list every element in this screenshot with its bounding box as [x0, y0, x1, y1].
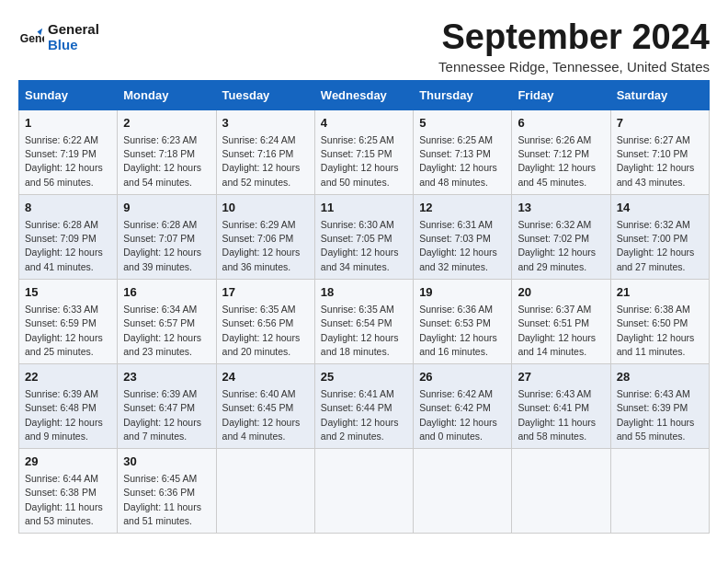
weekday-header-row: SundayMondayTuesdayWednesdayThursdayFrid…	[19, 80, 710, 109]
day-info: Sunrise: 6:23 AM Sunset: 7:18 PM Dayligh…	[123, 133, 210, 190]
calendar-cell: 5Sunrise: 6:25 AM Sunset: 7:13 PM Daylig…	[414, 109, 512, 194]
calendar-cell: 2Sunrise: 6:23 AM Sunset: 7:18 PM Daylig…	[118, 109, 216, 194]
day-number: 14	[617, 200, 703, 216]
calendar-cell: 17Sunrise: 6:35 AM Sunset: 6:56 PM Dayli…	[216, 279, 314, 363]
day-number: 17	[222, 284, 309, 301]
day-info: Sunrise: 6:35 AM Sunset: 6:54 PM Dayligh…	[321, 303, 407, 359]
calendar-cell	[314, 449, 413, 534]
calendar-cell	[610, 449, 709, 534]
day-info: Sunrise: 6:25 AM Sunset: 7:15 PM Dayligh…	[321, 133, 407, 190]
calendar-week-row: 1Sunrise: 6:22 AM Sunset: 7:19 PM Daylig…	[19, 109, 710, 194]
calendar-cell: 7Sunrise: 6:27 AM Sunset: 7:10 PM Daylig…	[610, 109, 709, 194]
calendar-table: SundayMondayTuesdayWednesdayThursdayFrid…	[18, 80, 710, 534]
day-info: Sunrise: 6:34 AM Sunset: 6:57 PM Dayligh…	[123, 303, 210, 359]
calendar-cell: 24Sunrise: 6:40 AM Sunset: 6:45 PM Dayli…	[216, 363, 314, 448]
weekday-header-friday: Friday	[512, 80, 610, 109]
day-info: Sunrise: 6:27 AM Sunset: 7:10 PM Dayligh…	[617, 133, 703, 190]
day-number: 11	[321, 200, 407, 216]
day-info: Sunrise: 6:28 AM Sunset: 7:07 PM Dayligh…	[123, 218, 210, 274]
day-info: Sunrise: 6:37 AM Sunset: 6:51 PM Dayligh…	[518, 303, 604, 359]
location-title: Tennessee Ridge, Tennessee, United State…	[438, 59, 710, 75]
weekday-header-wednesday: Wednesday	[314, 80, 413, 109]
day-info: Sunrise: 6:44 AM Sunset: 6:38 PM Dayligh…	[25, 472, 111, 528]
day-number: 6	[518, 115, 604, 132]
day-number: 3	[222, 115, 309, 132]
day-number: 21	[617, 284, 703, 301]
day-number: 29	[25, 454, 111, 470]
day-number: 23	[123, 369, 210, 385]
calendar-cell: 9Sunrise: 6:28 AM Sunset: 7:07 PM Daylig…	[118, 194, 216, 279]
calendar-cell: 1Sunrise: 6:22 AM Sunset: 7:19 PM Daylig…	[19, 109, 118, 194]
logo-icon: General	[18, 25, 44, 51]
calendar-cell: 18Sunrise: 6:35 AM Sunset: 6:54 PM Dayli…	[314, 279, 413, 363]
day-info: Sunrise: 6:33 AM Sunset: 6:59 PM Dayligh…	[25, 303, 111, 359]
day-number: 25	[321, 369, 407, 385]
calendar-week-row: 15Sunrise: 6:33 AM Sunset: 6:59 PM Dayli…	[19, 279, 710, 363]
day-number: 19	[419, 284, 506, 301]
day-number: 27	[518, 369, 604, 385]
calendar-week-row: 29Sunrise: 6:44 AM Sunset: 6:38 PM Dayli…	[19, 449, 710, 534]
weekday-header-tuesday: Tuesday	[216, 80, 314, 109]
calendar-cell: 29Sunrise: 6:44 AM Sunset: 6:38 PM Dayli…	[19, 449, 118, 534]
calendar-cell: 25Sunrise: 6:41 AM Sunset: 6:44 PM Dayli…	[314, 363, 413, 448]
calendar-cell: 27Sunrise: 6:43 AM Sunset: 6:41 PM Dayli…	[512, 363, 610, 448]
calendar-cell: 26Sunrise: 6:42 AM Sunset: 6:42 PM Dayli…	[414, 363, 512, 448]
day-number: 18	[321, 284, 407, 301]
calendar-cell: 4Sunrise: 6:25 AM Sunset: 7:15 PM Daylig…	[314, 109, 413, 194]
day-number: 20	[518, 284, 604, 301]
calendar-cell: 16Sunrise: 6:34 AM Sunset: 6:57 PM Dayli…	[118, 279, 216, 363]
calendar-cell: 22Sunrise: 6:39 AM Sunset: 6:48 PM Dayli…	[19, 363, 118, 448]
day-info: Sunrise: 6:25 AM Sunset: 7:13 PM Dayligh…	[419, 133, 506, 190]
day-number: 22	[25, 369, 111, 385]
logo: General General Blue	[18, 22, 99, 52]
calendar-body: 1Sunrise: 6:22 AM Sunset: 7:19 PM Daylig…	[19, 109, 710, 533]
day-number: 24	[222, 369, 309, 385]
calendar-cell: 21Sunrise: 6:38 AM Sunset: 6:50 PM Dayli…	[610, 279, 709, 363]
calendar-cell: 12Sunrise: 6:31 AM Sunset: 7:03 PM Dayli…	[414, 194, 512, 279]
calendar-cell: 20Sunrise: 6:37 AM Sunset: 6:51 PM Dayli…	[512, 279, 610, 363]
logo-text-line2: Blue	[48, 38, 99, 53]
calendar-cell: 8Sunrise: 6:28 AM Sunset: 7:09 PM Daylig…	[19, 194, 118, 279]
header: General General Blue September 2024 Tenn…	[18, 18, 710, 75]
day-info: Sunrise: 6:32 AM Sunset: 7:00 PM Dayligh…	[617, 218, 703, 274]
calendar-cell: 28Sunrise: 6:43 AM Sunset: 6:39 PM Dayli…	[610, 363, 709, 448]
day-info: Sunrise: 6:31 AM Sunset: 7:03 PM Dayligh…	[419, 218, 506, 274]
calendar-cell: 10Sunrise: 6:29 AM Sunset: 7:06 PM Dayli…	[216, 194, 314, 279]
day-info: Sunrise: 6:30 AM Sunset: 7:05 PM Dayligh…	[321, 218, 407, 274]
day-info: Sunrise: 6:26 AM Sunset: 7:12 PM Dayligh…	[518, 133, 604, 190]
calendar-cell	[512, 449, 610, 534]
calendar-cell: 23Sunrise: 6:39 AM Sunset: 6:47 PM Dayli…	[118, 363, 216, 448]
month-title: September 2024	[438, 18, 710, 57]
day-info: Sunrise: 6:41 AM Sunset: 6:44 PM Dayligh…	[321, 387, 407, 443]
calendar-cell	[216, 449, 314, 534]
day-info: Sunrise: 6:36 AM Sunset: 6:53 PM Dayligh…	[419, 303, 506, 359]
calendar-cell: 30Sunrise: 6:45 AM Sunset: 6:36 PM Dayli…	[118, 449, 216, 534]
logo-text-line1: General	[48, 22, 99, 38]
calendar-week-row: 22Sunrise: 6:39 AM Sunset: 6:48 PM Dayli…	[19, 363, 710, 448]
day-number: 16	[123, 284, 210, 301]
day-number: 10	[222, 200, 309, 216]
day-number: 1	[25, 115, 111, 132]
calendar-cell: 13Sunrise: 6:32 AM Sunset: 7:02 PM Dayli…	[512, 194, 610, 279]
day-info: Sunrise: 6:39 AM Sunset: 6:48 PM Dayligh…	[25, 387, 111, 443]
day-number: 9	[123, 200, 210, 216]
calendar-cell	[414, 449, 512, 534]
day-number: 5	[419, 115, 506, 132]
title-area: September 2024 Tennessee Ridge, Tennesse…	[438, 18, 710, 75]
day-info: Sunrise: 6:45 AM Sunset: 6:36 PM Dayligh…	[123, 472, 210, 528]
day-number: 15	[25, 284, 111, 301]
calendar-cell: 11Sunrise: 6:30 AM Sunset: 7:05 PM Dayli…	[314, 194, 413, 279]
weekday-header-thursday: Thursday	[414, 80, 512, 109]
day-info: Sunrise: 6:39 AM Sunset: 6:47 PM Dayligh…	[123, 387, 210, 443]
day-info: Sunrise: 6:29 AM Sunset: 7:06 PM Dayligh…	[222, 218, 309, 274]
calendar-cell: 19Sunrise: 6:36 AM Sunset: 6:53 PM Dayli…	[414, 279, 512, 363]
day-number: 12	[419, 200, 506, 216]
day-info: Sunrise: 6:32 AM Sunset: 7:02 PM Dayligh…	[518, 218, 604, 274]
day-info: Sunrise: 6:38 AM Sunset: 6:50 PM Dayligh…	[617, 303, 703, 359]
calendar-cell: 14Sunrise: 6:32 AM Sunset: 7:00 PM Dayli…	[610, 194, 709, 279]
weekday-header-monday: Monday	[118, 80, 216, 109]
calendar-cell: 15Sunrise: 6:33 AM Sunset: 6:59 PM Dayli…	[19, 279, 118, 363]
day-info: Sunrise: 6:40 AM Sunset: 6:45 PM Dayligh…	[222, 387, 309, 443]
day-number: 4	[321, 115, 407, 132]
day-info: Sunrise: 6:22 AM Sunset: 7:19 PM Dayligh…	[25, 133, 111, 190]
